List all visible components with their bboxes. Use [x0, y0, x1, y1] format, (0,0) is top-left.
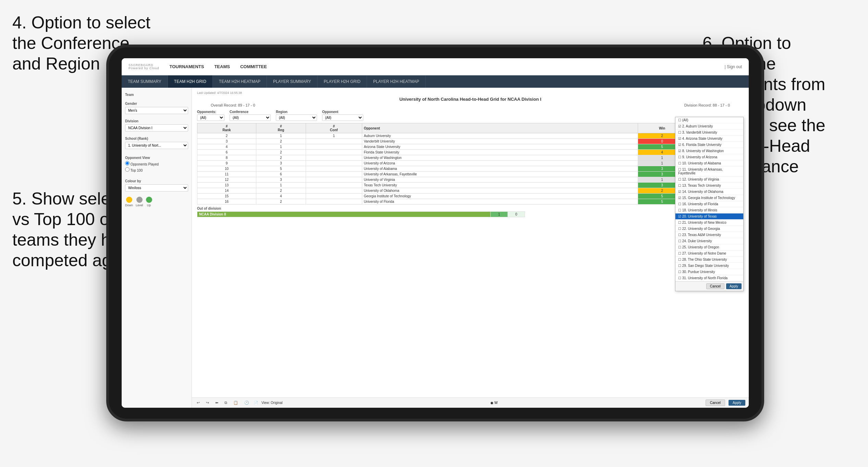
nav-signout[interactable]: | Sign out	[725, 64, 742, 69]
dropdown-item[interactable]: ☐ 23. Texas A&M University	[675, 232, 743, 238]
col-reg: #Reg	[256, 123, 306, 133]
dropdown-item[interactable]: ☑ 15. Georgia Institute of Technology	[675, 195, 743, 201]
dropdown-item[interactable]: ☐ 13. Texas Tech University	[675, 183, 743, 189]
dropdown-item[interactable]: ☐ 25. University of Oregon	[675, 244, 743, 250]
table-row: 11 6 University of Arkansas, Fayettevill…	[197, 172, 744, 177]
dropdown-apply[interactable]: Apply	[726, 283, 742, 289]
dropdown-item[interactable]: ☐ 22. University of Georgia	[675, 226, 743, 232]
sidebar-gender-section: Gender Men's	[125, 102, 188, 114]
region-label: Region	[276, 110, 317, 114]
dropdown-item[interactable]: ☐ 16. University of Florida	[675, 201, 743, 207]
dropdown-item[interactable]: ☐ (All)	[675, 117, 743, 123]
dropdown-item[interactable]: ☑ 8. University of Washington	[675, 148, 743, 154]
table-row: 2 1 1 Auburn University 2 1	[197, 133, 744, 139]
sidebar-opponents-played-radio[interactable]: Opponents Played	[125, 161, 188, 166]
nav-teams[interactable]: TEAMS	[214, 64, 230, 69]
table-row: 4 1 Arizona State University 5 1	[197, 144, 744, 150]
navbar-logo: S5OREBOARD Powered by Cloud	[129, 64, 159, 70]
dropdown-item[interactable]: ☐ 10. University of Alabama	[675, 160, 743, 167]
cell-rank: 3	[197, 139, 256, 144]
dropdown-cancel[interactable]: Cancel	[706, 283, 724, 289]
region-select[interactable]: (All)	[276, 114, 317, 121]
apply-button[interactable]: Apply	[729, 400, 745, 406]
dropdown-item[interactable]: ☐ 3. Vanderbilt University	[675, 130, 743, 136]
cell-opponent: University of Washington	[362, 155, 638, 161]
sidebar-division-label: Division	[125, 119, 188, 123]
sidebar-colour-select[interactable]: Win/loss	[125, 184, 188, 192]
dropdown-item[interactable]: ☐ 31. University of North Florida	[675, 275, 743, 281]
toolbar-undo[interactable]: ↩	[195, 400, 201, 406]
subnav-team-summary[interactable]: TEAM SUMMARY	[122, 75, 168, 88]
cancel-button[interactable]: Cancel	[706, 400, 725, 406]
cell-rank: 4	[197, 144, 256, 150]
cell-opponent: Auburn University	[362, 133, 638, 139]
tablet: S5OREBOARD Powered by Cloud TOURNAMENTS …	[106, 45, 764, 421]
sidebar-gender-select[interactable]: Men's	[125, 107, 188, 114]
cell-reg: 4	[256, 194, 306, 199]
nav-committee[interactable]: COMMITTEE	[240, 64, 267, 69]
nav-tournaments[interactable]: TOURNAMENTS	[170, 64, 204, 69]
dropdown-item[interactable]: ☐ 29. San Diego State University	[675, 263, 743, 269]
dropdown-item[interactable]: ☑ 2. Auburn University	[675, 123, 743, 130]
sidebar-division-select[interactable]: NCAA Division I	[125, 124, 188, 132]
subnav-player-h2h-heatmap[interactable]: PLAYER H2H HEATMAP	[367, 75, 426, 88]
subnav-player-h2h-grid[interactable]: PLAYER H2H GRID	[318, 75, 367, 88]
cell-conf	[306, 172, 362, 177]
subnav-team-h2h-grid[interactable]: TEAM H2H GRID	[168, 75, 213, 88]
opponents-filter: Opponents: (All)	[197, 110, 224, 121]
opponent-select[interactable]: (All)	[322, 114, 363, 121]
legend-up-label: Up	[147, 204, 151, 207]
toolbar-back[interactable]: ⬅	[214, 400, 220, 406]
sidebar-top100-radio[interactable]: Top 100	[125, 167, 188, 172]
toolbar-copy[interactable]: ⧉	[223, 400, 229, 406]
opponents-select[interactable]: (All)	[197, 114, 224, 121]
sidebar-school-section: School (Rank) 1. University of Nort...	[125, 137, 188, 149]
toolbar-paste[interactable]: 📋	[232, 400, 240, 406]
tablet-screen: S5OREBOARD Powered by Cloud TOURNAMENTS …	[122, 58, 749, 408]
toolbar-view-label: 📄	[254, 401, 258, 405]
out-of-division-label: Out of division	[197, 207, 744, 210]
dropdown-item[interactable]: ☐ 24. Duke University	[675, 238, 743, 244]
sidebar-radio-group: Opponents Played Top 100	[125, 161, 188, 172]
legend-down-dot	[126, 197, 132, 203]
conference-select[interactable]: (All)	[230, 114, 271, 121]
dropdown-item[interactable]: ☐ 18. University of Illinois	[675, 207, 743, 213]
opponent-label: Opponent	[322, 110, 363, 114]
subnav-team-h2h-heatmap[interactable]: TEAM H2H HEATMAP	[213, 75, 267, 88]
cell-rank: 14	[197, 188, 256, 194]
data-area: Last Updated: 4/7/2024 16:55:38 Universi…	[192, 88, 749, 408]
legend-level-label: Level	[136, 204, 143, 207]
legend-level-dot	[136, 197, 143, 203]
cell-reg: 2	[256, 155, 306, 161]
cell-conf	[306, 199, 362, 205]
subnav: TEAM SUMMARY TEAM H2H GRID TEAM H2H HEAT…	[122, 75, 749, 88]
out-division-win: 1	[491, 212, 508, 217]
out-division-table: NCAA Division II 1 0	[197, 211, 525, 217]
dropdown-item[interactable]: ☐ 9. University of Arizona	[675, 154, 743, 160]
dropdown-item[interactable]: ☑ 4. Arizona State University	[675, 136, 743, 142]
dropdown-item[interactable]: ☑ 20. University of Texas	[675, 213, 743, 220]
dropdown-item[interactable]: ☑ 14. University of Oklahoma	[675, 189, 743, 195]
toolbar-view-text: View: Original	[261, 401, 283, 405]
subnav-player-summary[interactable]: PLAYER SUMMARY	[267, 75, 318, 88]
dropdown-item[interactable]: ☑ 6. Florida State University	[675, 142, 743, 148]
sidebar: Team Gender Men's Division NCAA Division…	[122, 88, 192, 408]
cell-opponent: Georgia Institute of Technology	[362, 194, 638, 199]
sidebar-school-select[interactable]: 1. University of Nort...	[125, 142, 188, 149]
out-division-loss: 0	[508, 212, 525, 217]
legend-up-dot	[146, 197, 152, 203]
opponent-dropdown: ☐ (All)☑ 2. Auburn University☐ 3. Vander…	[675, 117, 744, 291]
data-record: Overall Record: 89 - 17 - 0 Division Rec…	[197, 103, 744, 107]
dropdown-item[interactable]: ☐ 27. University of Notre Dame	[675, 250, 743, 257]
dropdown-item[interactable]: ☐ 11. University of Arkansas, Fayettevil…	[675, 167, 743, 176]
cell-rank: 15	[197, 194, 256, 199]
dropdown-item[interactable]: ☐ 21. University of New Mexico	[675, 220, 743, 226]
dropdown-item[interactable]: ☐ 30. Purdue University	[675, 269, 743, 275]
dropdown-item[interactable]: ☐ 28. The Ohio State University	[675, 257, 743, 263]
cell-rank: 12	[197, 177, 256, 183]
opponent-filter: Opponent (All)	[322, 110, 363, 121]
sidebar-colour-section: Colour by Win/loss	[125, 179, 188, 192]
dropdown-item[interactable]: ☐ 12. University of Virginia	[675, 176, 743, 183]
toolbar-redo[interactable]: ↪	[205, 400, 210, 406]
toolbar-clock[interactable]: 🕐	[243, 400, 250, 406]
